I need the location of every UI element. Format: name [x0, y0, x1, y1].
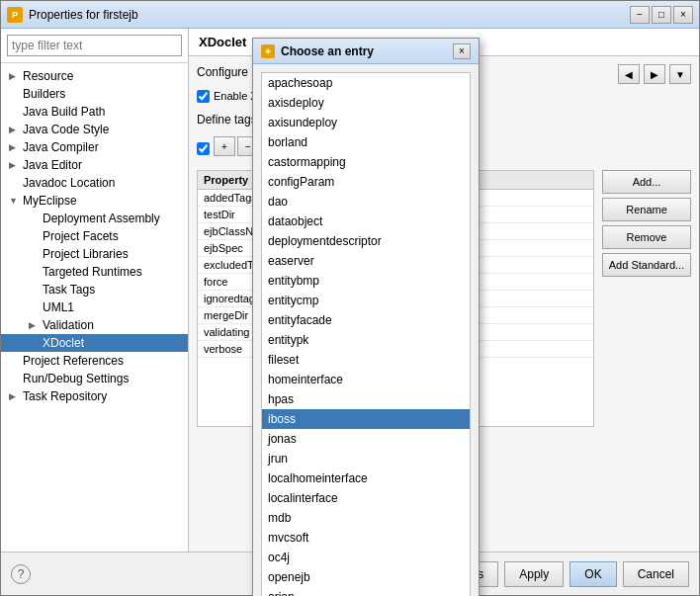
cancel-button[interactable]: Cancel: [623, 561, 689, 587]
tree-label-targeted-runtimes: Targeted Runtimes: [43, 265, 142, 279]
dialog-list-item[interactable]: axisdeploy: [262, 93, 470, 113]
tree-arrow-java-compiler: ▶: [9, 142, 19, 152]
filter-input[interactable]: [7, 35, 182, 56]
tree-arrow-validation: ▶: [29, 320, 39, 330]
dialog-list-item[interactable]: oc4j: [262, 548, 470, 567]
tree-item-uml1[interactable]: UML1: [1, 298, 188, 316]
tree-label-task-repository: Task Repository: [23, 389, 107, 403]
nav-forward-button[interactable]: ▶: [644, 64, 665, 84]
tree-arrow-task-repository: ▶: [9, 391, 19, 401]
dialog-list-item[interactable]: localinterface: [262, 488, 470, 508]
dialog-list-item[interactable]: mdb: [262, 508, 470, 528]
dialog-list-item[interactable]: iboss: [262, 409, 470, 429]
tree-item-project-facets[interactable]: Project Facets: [1, 227, 188, 245]
tree-item-xdoclet[interactable]: XDoclet: [1, 334, 188, 352]
tree-label-task-tags: Task Tags: [43, 283, 95, 297]
dialog-list-item[interactable]: castormapping: [262, 152, 470, 172]
dialog-close-button[interactable]: ×: [453, 43, 471, 59]
nav-menu-button[interactable]: ▼: [669, 64, 691, 84]
enable-checkbox[interactable]: [197, 90, 210, 103]
tree-item-builders[interactable]: Builders: [1, 85, 188, 103]
dialog-list-item[interactable]: jrun: [262, 449, 470, 468]
dialog-list-item[interactable]: dataobject: [262, 212, 470, 231]
tree-item-myeclipse[interactable]: ▼MyEclipse: [1, 192, 188, 210]
tree-area: ▶ResourceBuildersJava Build Path▶Java Co…: [1, 63, 188, 552]
dialog-list-item[interactable]: apachesoap: [262, 73, 470, 93]
add-standard-button[interactable]: Add Standard...: [602, 253, 691, 277]
tree-item-javadoc-location[interactable]: Javadoc Location: [1, 174, 188, 192]
tree-label-project-libraries: Project Libraries: [43, 247, 129, 261]
dialog-list-item[interactable]: fileset: [262, 350, 470, 370]
filter-box: [1, 29, 188, 63]
dialog-list-item[interactable]: entityfacade: [262, 310, 470, 330]
tree-item-targeted-runtimes[interactable]: Targeted Runtimes: [1, 263, 188, 281]
tree-label-java-compiler: Java Compiler: [23, 140, 99, 154]
maximize-button[interactable]: □: [652, 6, 671, 24]
dialog-list-item[interactable]: jonas: [262, 429, 470, 449]
tree-item-project-libraries[interactable]: Project Libraries: [1, 245, 188, 263]
window-icon: P: [7, 7, 23, 23]
tree-item-java-code-style[interactable]: ▶Java Code Style: [1, 121, 188, 138]
tree-item-resource[interactable]: ▶Resource: [1, 67, 188, 85]
tree-item-java-editor[interactable]: ▶Java Editor: [1, 156, 188, 174]
tree-label-xdoclet: XDoclet: [43, 336, 84, 350]
tree-arrow-myeclipse: ▼: [9, 196, 19, 206]
title-bar: P Properties for firstejb − □ ×: [1, 1, 699, 29]
dialog-list-item[interactable]: localhomeinterface: [262, 468, 470, 488]
tree-label-java-editor: Java Editor: [23, 158, 82, 172]
remove-button[interactable]: Remove: [602, 225, 691, 249]
dialog-list-item[interactable]: configParam: [262, 172, 470, 192]
choose-entry-dialog: ◈ Choose an entry × apachesoapaxisdeploy…: [252, 38, 480, 596]
dialog-list-item[interactable]: homeinterface: [262, 370, 470, 389]
dialog-list-item[interactable]: entitypk: [262, 330, 470, 350]
dialog-list-item[interactable]: entitycmp: [262, 291, 470, 310]
tree-item-task-tags[interactable]: Task Tags: [1, 281, 188, 298]
tree-label-deployment-assembly: Deployment Assembly: [43, 212, 160, 225]
dialog-list-item[interactable]: easerver: [262, 251, 470, 271]
tree-arrow-java-code-style: ▶: [9, 125, 19, 134]
dialog-title-text: Choose an entry: [281, 44, 453, 58]
dialog-list[interactable]: apachesoapaxisdeployaxisundeployborlandc…: [261, 72, 471, 596]
dialog-list-item[interactable]: axisundeploy: [262, 113, 470, 132]
dialog-list-item[interactable]: mvcsoft: [262, 528, 470, 548]
left-panel: ▶ResourceBuildersJava Build Path▶Java Co…: [1, 29, 189, 552]
tree-item-validation[interactable]: ▶Validation: [1, 316, 188, 334]
nav-back-button[interactable]: ◀: [618, 64, 640, 84]
tree-label-java-code-style: Java Code Style: [23, 123, 109, 136]
tree-label-java-build-path: Java Build Path: [23, 105, 105, 119]
tree-label-project-references: Project References: [23, 354, 124, 368]
dialog-title-bar: ◈ Choose an entry ×: [253, 39, 479, 64]
dialog-icon: ◈: [261, 44, 275, 58]
tree-arrow-java-editor: ▶: [9, 160, 19, 170]
dialog-list-item[interactable]: deploymentdescriptor: [262, 231, 470, 251]
tree-item-deployment-assembly[interactable]: Deployment Assembly: [1, 210, 188, 227]
tree-arrow-resource: ▶: [9, 71, 19, 81]
dialog-list-item[interactable]: dao: [262, 192, 470, 212]
window-title: Properties for firstejb: [29, 8, 630, 22]
ok-button[interactable]: OK: [569, 561, 616, 587]
tree-label-project-facets: Project Facets: [43, 229, 119, 243]
dialog-list-item[interactable]: entitybmp: [262, 271, 470, 291]
toolbar-add-btn[interactable]: +: [214, 136, 235, 156]
dialog-list-item[interactable]: orion: [262, 587, 470, 596]
tree-label-resource: Resource: [23, 69, 73, 83]
tree-label-uml1: UML1: [43, 300, 74, 314]
tree-item-project-references[interactable]: Project References: [1, 352, 188, 370]
rename-button[interactable]: Rename: [602, 198, 691, 221]
tree-item-run-debug-settings[interactable]: Run/Debug Settings: [1, 370, 188, 387]
add-button[interactable]: Add...: [602, 170, 691, 194]
minimize-button[interactable]: −: [630, 6, 650, 24]
dialog-list-item[interactable]: hpas: [262, 389, 470, 409]
close-button[interactable]: ×: [673, 6, 693, 24]
tree-label-validation: Validation: [43, 318, 94, 332]
tree-item-java-build-path[interactable]: Java Build Path: [1, 103, 188, 121]
tree-item-task-repository[interactable]: ▶Task Repository: [1, 387, 188, 405]
apply-button[interactable]: Apply: [504, 561, 564, 587]
tree-item-java-compiler[interactable]: ▶Java Compiler: [1, 138, 188, 156]
tree-label-run-debug-settings: Run/Debug Settings: [23, 372, 129, 385]
dialog-list-item[interactable]: borland: [262, 132, 470, 152]
subcheckbox[interactable]: [197, 142, 210, 155]
title-bar-buttons: − □ ×: [630, 6, 693, 24]
dialog-list-item[interactable]: openejb: [262, 567, 470, 587]
help-icon[interactable]: ?: [11, 564, 31, 584]
